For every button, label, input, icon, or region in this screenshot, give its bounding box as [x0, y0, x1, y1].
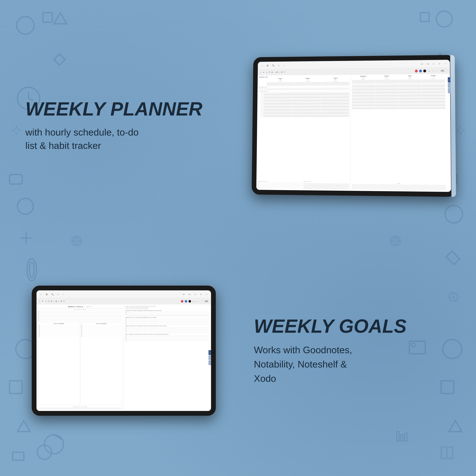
- insert-icon[interactable]: ⊞: [276, 71, 278, 73]
- things-to-remember-2: THINGS TO REMEMBER: [81, 323, 122, 405]
- t2-insert-icon[interactable]: ⊞: [55, 300, 57, 302]
- t2-color-black[interactable]: [188, 300, 191, 303]
- tab-right-list[interactable]: LIST: [448, 83, 450, 88]
- t2-more-icon[interactable]: ⋯: [205, 292, 208, 296]
- view-grid[interactable]: ⊞⊞: [441, 69, 445, 72]
- feel-question: FROM 1-10, HOW DO YOU FEEL OVERALL ABOUT…: [125, 306, 210, 307]
- priorities-sun: PRIORITIES: [267, 81, 294, 82]
- search-icon[interactable]: 🔍: [271, 64, 275, 68]
- share-icon[interactable]: ↑: [282, 64, 286, 67]
- t2-lasso-icon[interactable]: ⊕: [51, 300, 52, 302]
- tablet2: ‹ ⊞ 🔍 ☆ ↑ ↩ ↪ + × ⋯ □ ✏ ◇ ✎: [32, 286, 216, 416]
- line-dash1[interactable]: —: [428, 69, 430, 72]
- t2-view-grid[interactable]: ⊞⊞: [204, 300, 208, 302]
- close-icon[interactable]: ×: [438, 62, 442, 66]
- planner-content: JANUARY, 2021 SUNDAY 10 GOAL: [256, 74, 451, 192]
- things-label-1: THINGS TO REMEMBER: [39, 323, 79, 324]
- t2-bookmark-icon[interactable]: ☆: [56, 292, 60, 296]
- pages-icon[interactable]: □: [260, 71, 261, 73]
- lasso-icon[interactable]: ⊕: [271, 71, 273, 73]
- highlighter-icon[interactable]: ✎: [269, 71, 270, 73]
- weekly-goals-title: WEEKLY GOALS: [68, 306, 83, 307]
- back-icon[interactable]: ‹: [260, 64, 264, 68]
- color-blue[interactable]: [419, 69, 422, 72]
- t2-undo-icon[interactable]: ↩: [182, 292, 186, 296]
- more-icon[interactable]: ⋯: [443, 62, 447, 66]
- t2-line-thin[interactable]: —: [199, 301, 200, 302]
- tablet2-screen: ‹ ⊞ 🔍 ☆ ↑ ↩ ↪ + × ⋯ □ ✏ ◇ ✎: [36, 290, 211, 411]
- weekly-planner-title: WEEKLY PLANNER: [25, 98, 222, 119]
- review-label-2: BIGGEST WINS | List 3-5 major accomplish…: [125, 317, 210, 318]
- day-monday: MONDAY 11 GOAL: [294, 78, 322, 81]
- t2-search-icon[interactable]: 🔍: [51, 292, 54, 296]
- tablet1-container: ‹ ⊞ 🔍 ☆ ↑ ↩ ↪ + × ⋯ □ ✏ ◇ ✎: [244, 19, 460, 232]
- t2-color-red[interactable]: [181, 300, 183, 303]
- review-section-2: BIGGEST WINS | List 3-5 major accomplish…: [125, 317, 210, 324]
- add-icon[interactable]: +: [432, 62, 436, 66]
- t2-eraser-icon[interactable]: ◇: [45, 300, 47, 302]
- eraser-icon[interactable]: ◇: [266, 71, 268, 73]
- text-icon[interactable]: ⊟: [281, 71, 282, 73]
- t2-pages-icon[interactable]: □: [39, 300, 40, 302]
- t2-color-blue[interactable]: [185, 300, 187, 303]
- t2-tab-wk[interactable]: WK: [208, 360, 211, 365]
- tab-right-wk[interactable]: WK: [448, 88, 451, 93]
- t2-close-icon[interactable]: ×: [199, 292, 203, 296]
- t2-grid-icon[interactable]: ⊞: [45, 292, 49, 296]
- t2-tab-goal[interactable]: GOAL: [208, 350, 211, 355]
- review-section-1: REVIEW YOUR LAST WEEK | Celebrate your w…: [125, 310, 210, 316]
- review-label-3: BIGGEST MISTAKES | List 3-5 things that …: [125, 325, 210, 326]
- t2-pen-icon[interactable]: ✏: [41, 300, 44, 303]
- grid-icon[interactable]: ⊞: [266, 64, 270, 68]
- t2-pencil2-icon[interactable]: ✎: [63, 300, 65, 302]
- t2-redo-icon[interactable]: ↪: [187, 292, 191, 296]
- weekly-goals-text-area: WEEKLY GOALS Works with Goodnotes,Notabi…: [244, 244, 460, 457]
- weekly-planner-subtitle: with hourly schedule, to-dolist & habit …: [25, 126, 222, 152]
- planner-left-page: JANUARY, 2021 SUNDAY 10 GOAL: [256, 75, 351, 191]
- t2-shapes-icon[interactable]: ○: [53, 300, 54, 302]
- line-dash2[interactable]: —: [432, 70, 434, 72]
- color-red[interactable]: [415, 69, 418, 72]
- things-to-remember-1: THINGS TO REMEMBER: [38, 323, 80, 405]
- t2-home-icon[interactable]: ⌂: [58, 300, 59, 302]
- pencil2-icon[interactable]: ✎: [284, 71, 285, 73]
- t2-share-icon[interactable]: ↑: [62, 292, 66, 296]
- review-section-3: BIGGEST MISTAKES | List 3-5 things that …: [125, 325, 210, 333]
- affirmation-section: AFFIRMATION OF THE WEEK: [38, 406, 122, 409]
- t2-add-icon[interactable]: +: [193, 292, 197, 296]
- tablet1-screen: ‹ ⊞ 🔍 ☆ ↑ ↩ ↪ + × ⋯ □ ✏ ◇ ✎: [256, 60, 451, 192]
- review-section-4: HOW I'LL IMPROVE | Elaborate on the step…: [125, 333, 210, 341]
- day-friday: FRIDAY 15 GOAL: [398, 75, 422, 78]
- t2-line-thick[interactable]: —: [193, 300, 195, 303]
- color-black[interactable]: [423, 69, 426, 72]
- pen-icon[interactable]: ✏: [262, 71, 265, 74]
- tablet1: ‹ ⊞ 🔍 ☆ ↑ ↩ ↪ + × ⋯ □ ✏ ◇ ✎: [252, 55, 456, 197]
- tablet2-toolbar: ‹ ⊞ 🔍 ☆ ↑ ↩ ↪ + × ⋯: [36, 290, 211, 298]
- review-label-1: REVIEW YOUR LAST WEEK | Celebrate your w…: [125, 310, 210, 311]
- tab-right-goal[interactable]: GOAL: [448, 77, 450, 82]
- shapes-icon[interactable]: ○: [274, 71, 275, 73]
- weekly-goals-subtitle: Works with Goodnotes,Notability, Noteshe…: [254, 343, 451, 386]
- goals-left-page: WEEKLY GOALS WEEK: 30 GOALS FOR THE WEEK: [36, 304, 124, 411]
- t2-back-icon[interactable]: ‹: [39, 292, 43, 296]
- t2-line-medium[interactable]: —: [196, 300, 198, 302]
- personal-todo: PERSONAL TO-DO LIST: [258, 181, 303, 182]
- undo-icon[interactable]: ↩: [420, 62, 424, 66]
- line-dash3[interactable]: —: [435, 70, 436, 71]
- goals-content: WEEKLY GOALS WEEK: 30 GOALS FOR THE WEEK: [36, 304, 211, 411]
- t2-text-icon[interactable]: ⊟: [61, 300, 62, 302]
- day-tuesday: TUESDAY 12 GOAL: [322, 78, 349, 81]
- month-label: JANUARY, 2021: [259, 76, 268, 78]
- goals-right-page: FROM 1-10, HOW DO YOU FEEL OVERALL ABOUT…: [124, 304, 211, 411]
- priorities-mon: PRIORITIES: [294, 81, 322, 82]
- weekly-planner-text-area: WEEKLY PLANNER with hourly schedule, to-…: [16, 19, 232, 232]
- day-sunday: SUNDAY 10 GOAL: [267, 78, 294, 81]
- day-saturday: SATURDAY 16: [422, 75, 445, 78]
- redo-icon[interactable]: ↪: [426, 62, 430, 66]
- t2-highlighter-icon[interactable]: ✎: [48, 300, 49, 302]
- mood-boxes: 1 2 3 4 5 6 7 8 9 10: [125, 307, 210, 309]
- t2-tab-daily[interactable]: DAILY: [208, 355, 211, 360]
- bookmark-icon[interactable]: ☆: [277, 64, 280, 67]
- home-icon[interactable]: ⌂: [279, 71, 280, 73]
- affirmation-label: AFFIRMATION OF THE WEEK: [38, 406, 122, 407]
